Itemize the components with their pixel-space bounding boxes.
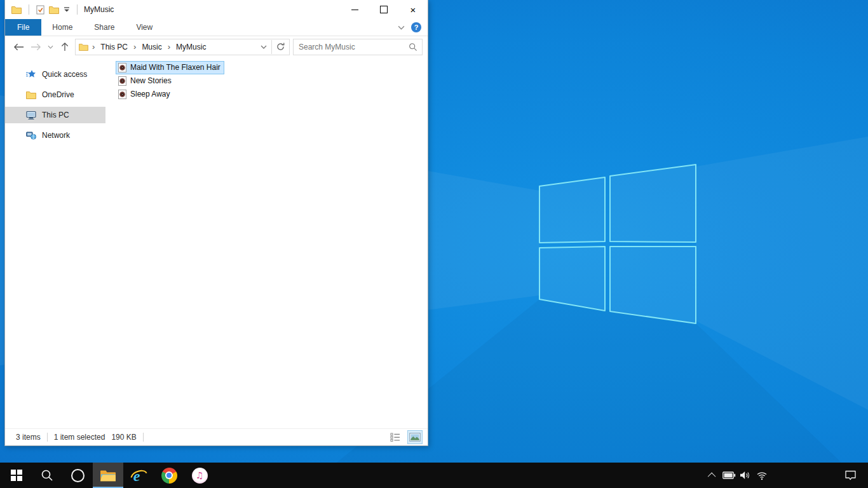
properties-icon[interactable]	[36, 5, 44, 15]
details-view-button[interactable]	[388, 430, 403, 444]
selected-count: 1 item selected	[54, 433, 105, 442]
breadcrumb-item-music[interactable]: Music	[140, 43, 163, 51]
refresh-icon[interactable]	[276, 42, 285, 51]
windows-logo-icon	[11, 470, 22, 481]
cortana-button[interactable]	[62, 463, 93, 488]
chrome-button[interactable]	[154, 463, 184, 488]
sidebar-item-this-pc[interactable]: This PC	[5, 107, 105, 123]
internet-explorer-button[interactable]: e	[123, 463, 154, 488]
app-folder-icon	[11, 6, 22, 14]
breadcrumb-separator: ›	[91, 42, 96, 51]
svg-text:e: e	[133, 468, 140, 484]
file-list: Maid With The Flaxen Hair New Stories	[105, 57, 428, 428]
file-row-new-stories[interactable]: New Stories	[116, 74, 175, 88]
taskbar-file-explorer-button[interactable]	[93, 463, 123, 488]
forward-button[interactable]	[29, 40, 43, 54]
up-button[interactable]	[58, 40, 72, 54]
titlebar-separator	[77, 4, 78, 15]
file-explorer-window: MyMusic × File Home Share View ?	[4, 0, 428, 446]
speaker-icon	[740, 471, 751, 480]
address-dropdown-chevron-icon[interactable]	[261, 45, 267, 49]
start-button[interactable]	[1, 463, 32, 488]
window-controls: ×	[340, 0, 428, 19]
tab-share[interactable]: Share	[83, 19, 125, 36]
ribbon-right-controls: ?	[398, 19, 428, 36]
titlebar-separator	[29, 4, 29, 15]
customize-qat-dropdown-icon[interactable]	[64, 7, 70, 13]
back-arrow-icon	[13, 43, 24, 51]
tab-home[interactable]: Home	[41, 19, 83, 36]
chevron-up-icon	[707, 472, 715, 480]
breadcrumb-separator: ›	[166, 42, 172, 51]
search-icon[interactable]	[404, 43, 422, 51]
action-center-button[interactable]	[836, 463, 864, 488]
audio-file-icon	[118, 90, 126, 99]
sidebar-item-quick-access[interactable]: Quick access	[5, 66, 105, 83]
minimize-button[interactable]	[340, 0, 369, 19]
new-folder-icon[interactable]	[49, 6, 59, 14]
wifi-indicator[interactable]	[754, 463, 770, 488]
action-center-chat-bubble-icon	[844, 470, 857, 481]
audio-file-icon	[118, 76, 126, 86]
breadcrumb[interactable]: › This PC › Music › MyMusic	[75, 39, 290, 55]
chrome-icon	[161, 468, 177, 484]
taskbar-search-button[interactable]	[32, 463, 62, 488]
show-hidden-icons-button[interactable]	[704, 463, 721, 488]
help-icon[interactable]: ?	[411, 22, 421, 32]
items-count: 3 items	[16, 433, 41, 442]
expand-ribbon-chevron-icon[interactable]	[398, 25, 405, 30]
system-tray	[704, 463, 868, 488]
view-toggles	[388, 430, 423, 444]
breadcrumb-item-mymusic[interactable]: MyMusic	[174, 43, 208, 51]
chevron-down-icon	[48, 45, 53, 49]
thumbnail-view-icon	[409, 433, 421, 442]
close-button[interactable]: ×	[398, 0, 428, 19]
file-name: New Stories	[130, 75, 172, 87]
close-icon: ×	[410, 5, 416, 15]
taskbar: e ♫	[0, 463, 868, 488]
audio-file-icon	[118, 63, 126, 72]
itunes-music-note-icon: ♫	[192, 468, 208, 484]
status-bar: 3 items 1 item selected 190 KB	[5, 428, 428, 445]
desktop: MyMusic × File Home Share View ?	[0, 0, 868, 488]
breadcrumb-item-this-pc[interactable]: This PC	[98, 43, 130, 51]
location-folder-icon	[79, 43, 88, 51]
wifi-icon	[756, 471, 768, 480]
cortana-circle-icon	[71, 469, 85, 482]
title-bar: MyMusic ×	[5, 0, 428, 19]
quick-access-star-icon	[26, 69, 36, 79]
sidebar-item-label: OneDrive	[42, 90, 74, 99]
breadcrumb-separator: ›	[132, 42, 137, 51]
sidebar-item-onedrive[interactable]: OneDrive	[5, 86, 105, 103]
search-icon	[41, 469, 53, 482]
window-title: MyMusic	[84, 5, 114, 14]
selected-size: 190 KB	[111, 433, 136, 442]
itunes-button[interactable]: ♫	[184, 463, 215, 488]
sidebar-item-label: This PC	[42, 111, 69, 119]
file-row-maid-with-the-flaxen-hair[interactable]: Maid With The Flaxen Hair	[116, 61, 224, 74]
large-icons-view-button[interactable]	[407, 430, 423, 444]
tab-file[interactable]: File	[5, 19, 41, 36]
file-name: Sleep Away	[130, 88, 170, 100]
sidebar-item-label: Network	[42, 131, 70, 140]
sidebar-item-network[interactable]: Network	[5, 127, 105, 144]
search-box	[293, 39, 423, 55]
volume-indicator[interactable]	[737, 463, 754, 488]
forward-arrow-icon	[31, 43, 41, 51]
search-input[interactable]	[294, 43, 404, 51]
address-divider	[271, 40, 272, 54]
status-divider	[143, 433, 144, 442]
battery-indicator[interactable]	[721, 463, 737, 488]
navigation-pane: Quick access OneDrive This PC	[5, 57, 105, 428]
status-divider	[47, 433, 48, 442]
ribbon-tab-bar: File Home Share View ?	[5, 19, 428, 36]
back-button[interactable]	[11, 40, 25, 54]
maximize-button[interactable]	[369, 0, 398, 19]
network-icon	[26, 131, 36, 140]
recent-locations-button[interactable]	[46, 40, 55, 54]
file-row-sleep-away[interactable]: Sleep Away	[116, 88, 174, 101]
tab-view[interactable]: View	[125, 19, 163, 36]
battery-icon	[722, 471, 736, 479]
file-explorer-folder-icon	[100, 469, 116, 482]
onedrive-folder-icon	[26, 91, 36, 99]
